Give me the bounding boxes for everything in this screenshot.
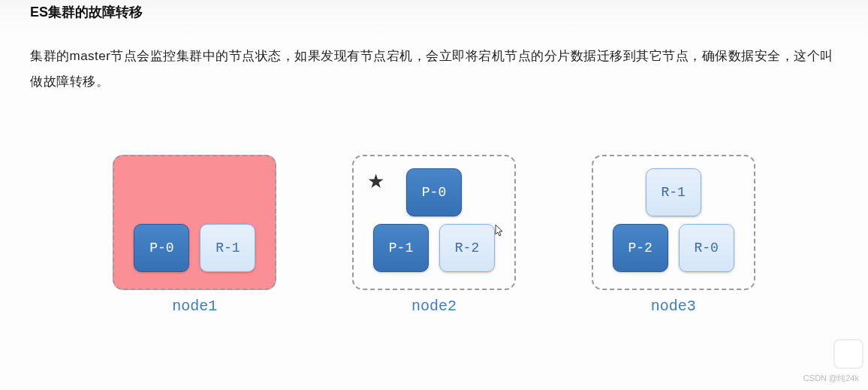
node-box-node3: R-1 P-2 R-0 xyxy=(592,155,755,290)
watermark-text: CSDN @纯24k xyxy=(803,373,859,384)
node-box-node1: P-0 R-1 xyxy=(113,155,276,290)
node-label-node2: node2 xyxy=(411,298,457,315)
shard-primary-0-migrated: P-0 xyxy=(406,168,462,216)
node-group-node2: ★ P-0 P-1 R-2 node2 xyxy=(352,155,516,315)
node-group-node1: P-0 R-1 node1 xyxy=(113,155,276,315)
shard-replica-2: R-2 xyxy=(439,224,495,272)
shard-replica-0: R-0 xyxy=(679,224,734,272)
cursor-icon xyxy=(495,224,505,240)
node-label-node1: node1 xyxy=(172,298,217,315)
shard-replica-1: R-1 xyxy=(200,224,255,272)
cluster-diagram: P-0 R-1 node1 ★ P-0 P-1 R-2 node2 xyxy=(30,155,838,315)
shard-primary-2: P-2 xyxy=(613,224,668,272)
shard-primary-0: P-0 xyxy=(134,224,189,272)
node-label-node3: node3 xyxy=(651,298,696,315)
star-icon: ★ xyxy=(367,170,384,193)
corner-widget xyxy=(833,339,863,369)
page-title: ES集群的故障转移 xyxy=(0,0,868,39)
node-box-node2: ★ P-0 P-1 R-2 xyxy=(352,155,516,290)
node-group-node3: R-1 P-2 R-0 node3 xyxy=(592,155,755,315)
shard-primary-1: P-1 xyxy=(373,224,429,272)
description-text: 集群的master节点会监控集群中的节点状态，如果发现有节点宕机，会立即将宕机节… xyxy=(30,44,838,95)
shard-replica-1-migrated: R-1 xyxy=(646,168,701,216)
